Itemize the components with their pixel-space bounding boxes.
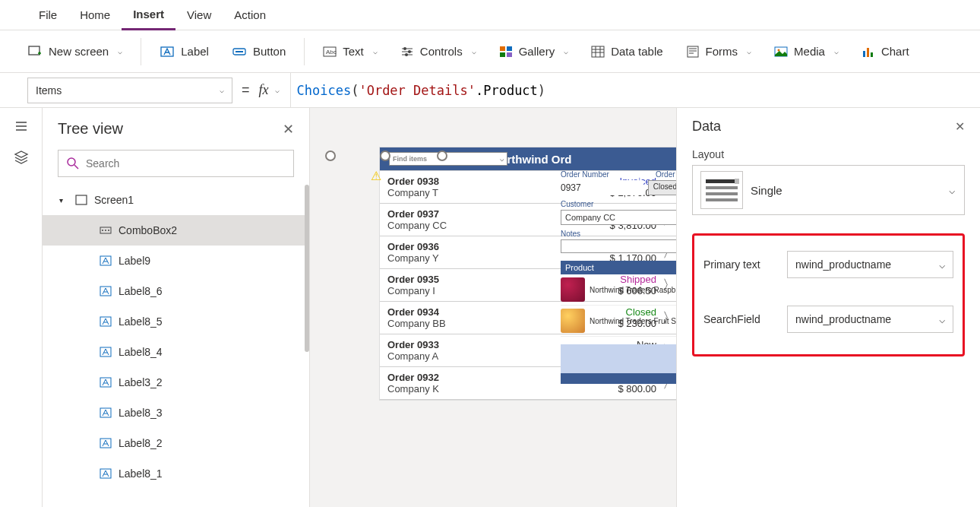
notes-value[interactable] <box>561 239 682 253</box>
customer-value[interactable]: Company CC <box>561 210 682 225</box>
svg-point-16 <box>778 49 780 51</box>
tree-item-label: Label9 <box>119 255 150 267</box>
chevron-down-icon[interactable]: ⌵ <box>275 86 280 94</box>
property-selector[interactable]: Items ⌵ <box>27 78 232 103</box>
tree-item-label8_5[interactable]: Label8_5 <box>43 306 309 337</box>
forms-label: Forms <box>706 45 738 58</box>
new-screen-label: New screen <box>49 45 109 58</box>
tree-item-label8_2[interactable]: Label8_2 <box>43 428 309 458</box>
close-icon[interactable]: ✕ <box>283 121 294 138</box>
gallery-icon <box>499 45 513 59</box>
order-detail-form: Order Number Order S 0937 Closed Custome… <box>561 170 682 384</box>
new-screen-button[interactable]: New screen⌵ <box>18 40 131 64</box>
find-items-placeholder: Find items <box>393 155 427 163</box>
selection-handle[interactable] <box>380 151 390 161</box>
hamburger-icon[interactable] <box>14 119 29 136</box>
product-image <box>561 277 585 302</box>
svg-rect-19 <box>871 52 873 57</box>
chevron-down-icon: ⌵ <box>939 258 945 271</box>
menu-insert[interactable]: Insert <box>122 0 175 30</box>
label-icon <box>99 315 112 328</box>
chart-button[interactable]: Chart <box>852 40 918 63</box>
product-row[interactable]: Northwind Traders Raspb <box>561 274 682 306</box>
separator <box>141 38 141 65</box>
caret-icon[interactable]: ▾ <box>59 196 68 204</box>
tree-item-screen1[interactable]: ▾Screen1 <box>43 185 309 215</box>
layout-selector[interactable]: Single ⌵ <box>692 165 965 215</box>
text-button[interactable]: Abc Text⌵ <box>314 40 387 63</box>
text-label: Text <box>343 45 364 58</box>
main-area: Tree view ✕ ▾Screen1ComboBox2Label9Label… <box>0 108 980 507</box>
tree-item-label: Label8_2 <box>119 437 163 449</box>
canvas[interactable]: Find items ⌵ Northwind Ord Order 0938Com… <box>310 108 980 507</box>
tree-item-label8_1[interactable]: Label8_1 <box>43 458 309 489</box>
fx-label[interactable]: fx <box>259 82 272 98</box>
tree-item-label: Screen1 <box>94 194 134 206</box>
menu-view[interactable]: View <box>175 0 223 30</box>
tree-item-label8_3[interactable]: Label8_3 <box>43 398 309 428</box>
screen-icon <box>74 193 88 207</box>
svg-rect-12 <box>507 52 512 57</box>
selection-handle[interactable] <box>437 151 447 161</box>
tree-item-label: ComboBox2 <box>119 224 177 236</box>
controls-label: Controls <box>420 45 463 58</box>
label-icon <box>99 254 112 268</box>
search-field-select[interactable]: nwind_productname ⌵ <box>787 306 953 333</box>
find-items-combobox[interactable]: Find items ⌵ <box>389 152 507 166</box>
separator <box>304 38 305 65</box>
media-button[interactable]: Media⌵ <box>765 40 848 63</box>
controls-button[interactable]: Controls⌵ <box>391 40 485 63</box>
menu-home[interactable]: Home <box>68 0 122 30</box>
selection-handle[interactable] <box>325 151 336 161</box>
close-icon[interactable]: ✕ <box>955 119 965 134</box>
primary-text-label: Primary text <box>703 258 787 271</box>
gallery-button[interactable]: Gallery⌵ <box>490 40 578 63</box>
customer-label: Customer <box>561 200 593 208</box>
label-icon <box>99 467 112 480</box>
primary-text-select[interactable]: nwind_productname ⌵ <box>787 251 953 278</box>
tree-item-label8_4[interactable]: Label8_4 <box>43 337 309 367</box>
label-icon <box>99 406 112 420</box>
search-input[interactable] <box>86 157 286 170</box>
tree-item-combobox2[interactable]: ComboBox2 <box>43 215 309 246</box>
primary-text-value: nwind_productname <box>795 258 891 271</box>
tree-item-label3_2[interactable]: Label3_2 <box>43 367 309 398</box>
svg-rect-0 <box>29 46 40 55</box>
tree-item-label9[interactable]: Label9 <box>43 246 309 276</box>
label-button[interactable]: Label <box>150 40 218 64</box>
forms-button[interactable]: Forms⌵ <box>677 40 761 63</box>
app-title-bar: Find items ⌵ Northwind Ord <box>380 147 684 170</box>
scrollbar-thumb[interactable] <box>305 185 309 352</box>
formula-function: Choices <box>297 83 352 98</box>
order-number-label: Order Number <box>561 170 609 179</box>
svg-point-23 <box>102 230 103 231</box>
label-icon <box>99 436 112 450</box>
button-button[interactable]: Button <box>223 40 295 64</box>
product-row[interactable]: Northwind Traders Fruit S <box>561 306 682 337</box>
svg-point-24 <box>105 230 106 231</box>
layout-value: Single <box>751 184 946 197</box>
layers-icon[interactable] <box>14 150 29 167</box>
svg-rect-3 <box>236 51 243 52</box>
product-name: Northwind Traders Fruit S <box>590 317 676 325</box>
formula-string: 'Order Details' <box>359 83 476 98</box>
formula-input[interactable]: Choices( 'Order Details'.Product ) <box>290 73 980 107</box>
svg-point-8 <box>405 53 408 56</box>
menu-action[interactable]: Action <box>223 0 277 30</box>
tree-search[interactable] <box>58 150 294 177</box>
chart-icon <box>861 45 875 59</box>
tree-item-label: Label8_5 <box>119 315 163 328</box>
svg-point-25 <box>108 230 109 231</box>
menu-file[interactable]: File <box>27 0 68 30</box>
order-number-value: 0937 <box>561 180 643 195</box>
tree-item-label8_6[interactable]: Label8_6 <box>43 276 309 306</box>
tree-item-label: Label8_6 <box>119 285 163 297</box>
tree-list: ▾Screen1ComboBox2Label9Label8_6Label8_5L… <box>43 185 309 507</box>
data-table-icon <box>591 45 605 59</box>
data-table-button[interactable]: Data table <box>582 40 672 63</box>
warning-icon: ⚠ <box>371 169 381 183</box>
button-button-label: Button <box>253 45 286 58</box>
svg-rect-21 <box>76 195 87 204</box>
media-icon <box>774 45 788 59</box>
property-name: Items <box>36 84 62 97</box>
